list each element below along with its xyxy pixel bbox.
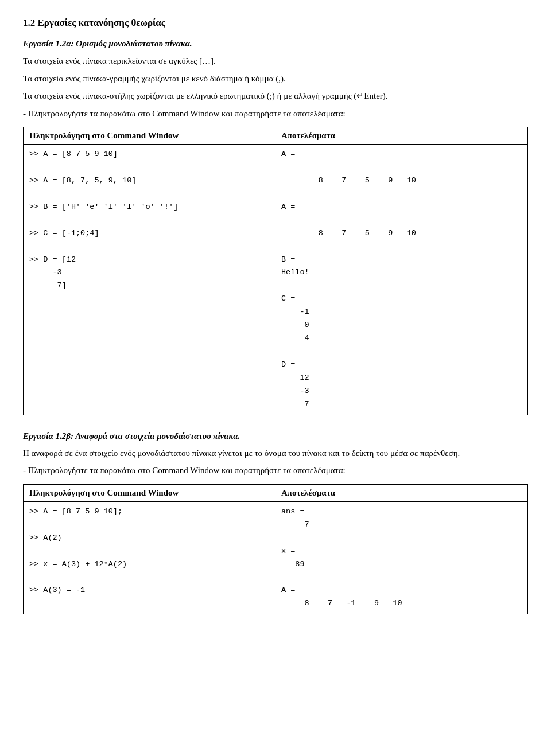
exercise1-header-left: Πληκτρολόγηση στο Command Window xyxy=(24,127,276,144)
exercise-2: Εργασία 1.2β: Αναφορά στα στοιχεία μονοδ… xyxy=(23,431,528,615)
exercise1-para3: Τα στοιχεία ενός πίνακα-στήλης χωρίζοντα… xyxy=(23,89,528,103)
exercise1-commands: >> A = [8 7 5 9 10] >> A = [8, 7, 5, 9, … xyxy=(24,145,276,415)
exercise2-table: Πληκτρολόγηση στο Command Window Αποτελέ… xyxy=(23,484,528,615)
exercise2-instruction: - Πληκτρολογήστε τα παρακάτω στο Command… xyxy=(23,464,528,477)
exercise2-table-header: Πληκτρολόγηση στο Command Window Αποτελέ… xyxy=(24,485,527,502)
exercise1-results: A = 8 7 5 9 10 A = 8 7 5 9 10 B = Hello!… xyxy=(276,145,527,415)
exercise1-para1: Τα στοιχεία ενός πίνακα περικλείονται σε… xyxy=(23,54,528,68)
exercise-1: Εργασία 1.2α: Ορισμός μονοδιάστατου πίνα… xyxy=(23,39,528,415)
exercise1-header-right: Αποτελέσματα xyxy=(276,127,527,144)
exercise2-results: ans = 7 x = 89 A = 8 7 -1 9 10 xyxy=(276,502,527,614)
section-heading: 1.2 Εργασίες κατανόησης θεωρίας xyxy=(23,17,528,29)
exercise1-instruction: - Πληκτρολογήστε τα παρακάτω στο Command… xyxy=(23,107,528,120)
exercise1-title: Εργασία 1.2α: Ορισμός μονοδιάστατου πίνα… xyxy=(23,39,528,49)
exercise1-table: Πληκτρολόγηση στο Command Window Αποτελέ… xyxy=(23,127,528,415)
exercise2-header-left: Πληκτρολόγηση στο Command Window xyxy=(24,485,276,501)
exercise2-commands: >> A = [8 7 5 9 10]; >> A(2) >> x = A(3)… xyxy=(24,502,276,614)
exercise2-para1: Η αναφορά σε ένα στοιχείο ενός μονοδιάστ… xyxy=(23,447,528,460)
exercise2-title: Εργασία 1.2β: Αναφορά στα στοιχεία μονοδ… xyxy=(23,431,528,441)
exercise2-table-body: >> A = [8 7 5 9 10]; >> A(2) >> x = A(3)… xyxy=(24,502,527,614)
exercise1-para2: Τα στοιχεία ενός πίνακα-γραμμής χωρίζοντ… xyxy=(23,72,528,85)
exercise2-header-right: Αποτελέσματα xyxy=(276,485,527,501)
exercise1-table-body: >> A = [8 7 5 9 10] >> A = [8, 7, 5, 9, … xyxy=(24,145,527,415)
exercise1-table-header: Πληκτρολόγηση στο Command Window Αποτελέ… xyxy=(24,127,527,145)
